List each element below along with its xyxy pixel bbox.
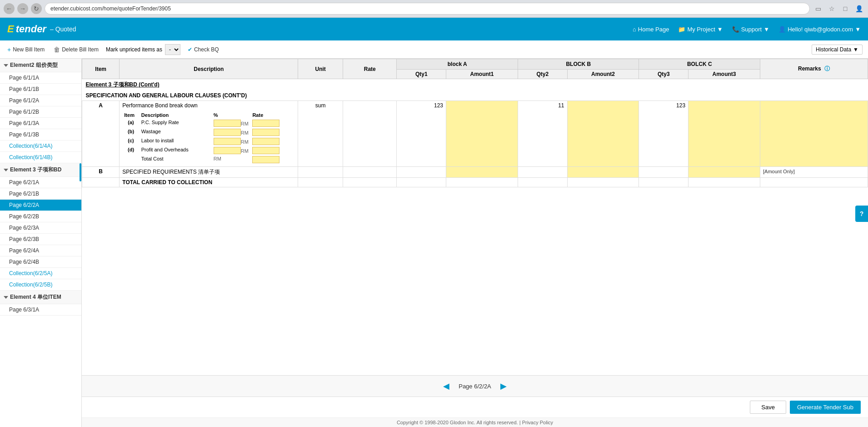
next-page-button[interactable]: ▶ [500,381,507,391]
col-header-remarks: Remarks ⓘ [760,59,868,79]
nested-rate-c-input[interactable] [252,138,279,145]
sidebar-item-page-6-1-3b[interactable]: Page 6/1/3B [0,129,81,141]
col-header-block-c: BOLCK C [639,59,760,70]
sidebar-item-page-6-2-2b[interactable]: Page 6/2/2B [0,211,81,222]
nested-row-b: (b) Wastage RM [122,128,295,137]
copyright-footer: Copyright © 1998-2020 Glodon Inc. All ri… [82,417,868,427]
collapse-icon-2 [4,169,8,171]
col-header-block-b: BLOCK B [518,59,639,70]
table-row-a: A Performance Bond break down Item Descr… [82,101,868,167]
refresh-button[interactable]: ↻ [31,3,42,14]
row-a-amount1[interactable] [446,101,518,167]
sidebar-item-page-6-1-2a[interactable]: Page 6/1/2A [0,95,81,106]
user-profile-link[interactable]: 👤 Hello! qiwb@glodon.com ▼ [778,26,861,33]
nested-row-c: (c) Labor to install RM [122,137,295,146]
sidebar-item-page-6-2-4b[interactable]: Page 6/2/4B [0,256,81,268]
sidebar-group-element2: Element2 组价类型 Page 6/1/1A Page 6/1/1B Pa… [0,59,81,163]
row-b-amount1[interactable] [446,167,518,178]
support-link[interactable]: 📞 Support ▼ [732,26,769,33]
nested-pct-b-input[interactable] [214,129,241,136]
sidebar-item-page-6-2-1b[interactable]: Page 6/2/1B [0,188,81,200]
row-a-qty1: 123 [397,101,446,167]
row-b-unit [298,167,343,178]
nested-rate-b-input[interactable] [252,129,279,136]
window-button[interactable]: □ [840,3,851,14]
prev-page-button[interactable]: ◀ [443,381,449,391]
url-bar[interactable]: etender.cubicost.com/home/quoteForTender… [45,3,810,15]
sidebar-item-page-6-1-1b[interactable]: Page 6/1/1B [0,84,81,95]
mark-unpriced-select[interactable]: - [165,44,180,55]
sidebar-group-element3-header[interactable]: Element 3 子项和BD [0,163,81,177]
row-a-amount2[interactable] [567,101,639,167]
forward-button[interactable]: → [17,3,28,14]
sidebar-group-element4: Element 4 单位ITEM Page 6/3/1A [0,291,81,316]
sidebar: Element2 组价类型 Page 6/1/1A Page 6/1/1B Pa… [0,59,82,427]
bookmark-button[interactable]: ☆ [826,3,837,14]
col-sub-amount1: Amount1 [446,70,518,79]
nested-rate-d-input[interactable] [252,147,279,154]
delete-icon: 🗑 [54,46,60,53]
row-a-remarks[interactable] [760,101,868,167]
sidebar-item-page-6-1-3a[interactable]: Page 6/1/3A [0,118,81,129]
row-b-rate [343,167,397,178]
col-header-rate: Rate [343,59,397,79]
nested-row-a: (a) P.C. Supply Rate RM [122,119,295,128]
sidebar-item-page-6-1-2b[interactable]: Page 6/1/2B [0,106,81,118]
save-button[interactable]: Save [750,401,786,414]
sidebar-item-page-6-2-1a[interactable]: Page 6/2/1A [0,177,81,188]
row-b-amount2[interactable] [567,167,639,178]
sidebar-item-collection-6-1-4a[interactable]: Collection(6/1/4A) [0,141,81,152]
generate-tender-sub-button[interactable]: Generate Tender Sub [790,401,861,414]
sidebar-item-collection-6-2-5b[interactable]: Collection(6/2/5B) [0,279,81,291]
nested-col-item: Item [122,111,139,119]
sidebar-item-page-6-2-2a[interactable]: Page 6/2/2A [0,200,81,211]
row-b-qty3 [639,167,688,178]
add-icon: + [7,46,11,53]
total-carried-row: TOTAL CARRIED TO COLLECTION [82,178,868,187]
col-sub-amount2: Amount2 [567,70,639,79]
sidebar-item-page-6-2-3b[interactable]: Page 6/2/3B [0,234,81,245]
col-header-block-a: block A [397,59,518,70]
historical-data-button[interactable]: Historical Data ▼ [812,45,863,55]
dropdown-icon: ▼ [853,46,858,53]
nested-pct-d-input[interactable] [214,147,241,154]
sidebar-item-page-6-2-4a[interactable]: Page 6/2/4A [0,245,81,256]
profile-button[interactable]: 👤 [853,3,864,14]
sidebar-item-collection-6-1-4b[interactable]: Collection(6/1/4B) [0,152,81,163]
nested-pct-a-input[interactable] [214,120,241,127]
sidebar-group-element4-header[interactable]: Element 4 单位ITEM [0,291,81,304]
nested-pct-c-input[interactable] [214,138,241,145]
nested-row-d: (d) Profit and Overheads RM [122,146,295,155]
new-bill-item-button[interactable]: + New Bill Item [5,45,46,54]
collapse-icon-3 [4,296,8,299]
sidebar-item-page-6-2-3a[interactable]: Page 6/2/3A [0,222,81,234]
row-b-amount3[interactable] [688,167,760,178]
nested-total-rate-input[interactable] [252,156,279,163]
check-bq-button[interactable]: ✔ Check BQ [186,45,221,54]
sidebar-group-element3: Element 3 子项和BD Page 6/2/1A Page 6/2/1B … [0,163,81,291]
col-sub-qty3: Qty3 [639,70,688,79]
nested-total-row: Total Cost RM [122,155,295,164]
nested-rate-a-input[interactable] [252,120,279,127]
app-header: E tender – Quoted ⌂ Home Page 📁 My Proje… [0,18,868,40]
col-sub-qty1: Qty1 [397,70,446,79]
table-container: Item Description Unit Rate block A [82,59,868,375]
sidebar-item-page-6-3-1a[interactable]: Page 6/3/1A [0,304,81,316]
sidebar-item-collection-6-2-5a[interactable]: Collection(6/2/5A) [0,268,81,279]
sidebar-item-page-6-1-1a[interactable]: Page 6/1/1A [0,72,81,84]
action-bar: Save Generate Tender Sub [82,397,868,417]
back-button[interactable]: ← [4,3,15,14]
home-page-link[interactable]: ⌂ Home Page [633,26,669,33]
row-a-amount3[interactable] [688,101,760,167]
sidebar-group-element2-header[interactable]: Element2 组价类型 [0,59,81,72]
toolbar: + New Bill Item 🗑 Delete Bill Item Mark … [0,40,868,59]
col-sub-amount3: Amount3 [688,70,760,79]
delete-bill-item-button[interactable]: 🗑 Delete Bill Item [52,45,100,54]
help-button[interactable]: ? [855,206,868,222]
chevron-down-icon-2: ▼ [763,26,769,33]
logo-dash-quoted: – Quoted [50,25,76,33]
current-page-label: Page 6/2/2A [459,383,491,390]
cast-button[interactable]: ▭ [813,3,823,14]
my-project-link[interactable]: 📁 My Project ▼ [678,26,723,33]
headset-icon: 📞 [732,26,739,33]
